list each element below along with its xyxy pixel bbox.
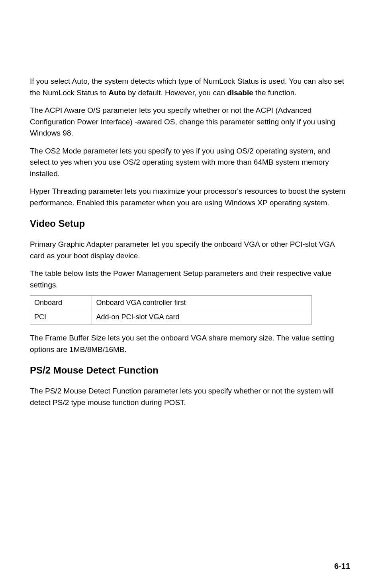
table-cell: PCI xyxy=(30,310,92,324)
table-cell: Onboard VGA controller first xyxy=(92,296,311,310)
table-row: Onboard Onboard VGA controller first xyxy=(30,296,312,310)
table-cell: Add-on PCI-slot VGA card xyxy=(92,310,311,324)
paragraph-hyperthreading: Hyper Threading parameter lets you maxim… xyxy=(30,186,350,208)
bold-auto: Auto xyxy=(109,88,126,97)
bold-disable: disable xyxy=(227,88,253,97)
heading-ps2-mouse: PS/2 Mouse Detect Function xyxy=(30,363,350,378)
paragraph-frame-buffer: The Frame Buffer Size lets you set the o… xyxy=(30,332,350,355)
paragraph-primary-graphic: Primary Graphic Adapter parameter let yo… xyxy=(30,239,350,262)
page-number: 6-11 xyxy=(334,560,350,572)
table-row: PCI Add-on PCI-slot VGA card xyxy=(30,310,312,324)
paragraph-ps2-mouse: The PS/2 Mouse Detect Function parameter… xyxy=(30,385,350,408)
paragraph-os2: The OS2 Mode parameter lets you specify … xyxy=(30,146,350,180)
paragraph-acpi: The ACPI Aware O/S parameter lets you sp… xyxy=(30,105,350,139)
heading-video-setup: Video Setup xyxy=(30,216,350,231)
paragraph-table-intro: The table below lists the Power Manageme… xyxy=(30,268,350,291)
paragraph-numlock: If you select Auto, the system detects w… xyxy=(30,76,350,98)
table-cell: Onboard xyxy=(30,296,92,310)
text-segment: by default. However, you can xyxy=(126,88,227,97)
text-segment: the function. xyxy=(253,88,297,97)
video-setup-table: Onboard Onboard VGA controller first PCI… xyxy=(30,295,312,324)
